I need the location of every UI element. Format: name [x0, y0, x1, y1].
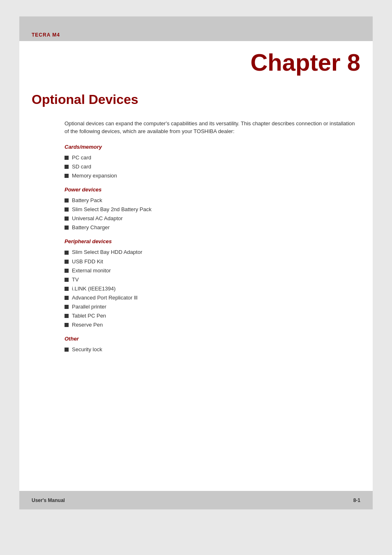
- list-item-label: PC card: [72, 153, 91, 162]
- list-item-label: i.LINK (IEEE1394): [72, 284, 115, 293]
- bullet-icon: [65, 348, 69, 352]
- list-item: PC card: [65, 153, 360, 162]
- bullet-icon: [65, 287, 69, 291]
- chapter-section: Chapter 8: [19, 41, 373, 80]
- brand-label: TECRA M4: [32, 32, 60, 38]
- list-item: Tablet PC Pen: [65, 311, 360, 320]
- bullet-icon: [65, 323, 69, 327]
- list-item: Memory expansion: [65, 171, 360, 180]
- list-item: TV: [65, 275, 360, 284]
- bullet-list-0: PC cardSD cardMemory expansion: [65, 153, 360, 180]
- bullet-list-2: Slim Select Bay HDD AdaptorUSB FDD KitEx…: [65, 248, 360, 329]
- bullet-icon: [65, 156, 69, 160]
- bullet-icon: [65, 165, 69, 169]
- list-item: External monitor: [65, 266, 360, 275]
- list-item: Battery Charger: [65, 223, 360, 232]
- list-item: USB FDD Kit: [65, 257, 360, 266]
- list-item-label: USB FDD Kit: [72, 257, 103, 266]
- list-item-label: Advanced Port Replicator lll: [72, 293, 138, 302]
- list-item-label: Universal AC Adaptor: [72, 214, 123, 223]
- category-heading-3: Other: [65, 336, 360, 342]
- chapter-title: Chapter 8: [32, 49, 360, 76]
- main-content: Optional Devices Optional devices can ex…: [19, 80, 373, 491]
- list-item: SD card: [65, 162, 360, 171]
- bullet-icon: [65, 174, 69, 178]
- list-item: Universal AC Adaptor: [65, 214, 360, 223]
- intro-text: Optional devices can expand the computer…: [65, 120, 360, 136]
- list-item-label: Memory expansion: [72, 171, 117, 180]
- bullet-list-3: Security lock: [65, 345, 360, 354]
- list-item: Parallel printer: [65, 302, 360, 311]
- list-item: Security lock: [65, 345, 360, 354]
- list-item-label: Slim Select Bay HDD Adaptor: [72, 248, 142, 257]
- list-item: Slim Select Bay HDD Adaptor: [65, 248, 360, 257]
- list-item: Slim Select Bay 2nd Battery Pack: [65, 205, 360, 214]
- bullet-icon: [65, 305, 69, 309]
- category-heading-2: Peripheral devices: [65, 238, 360, 244]
- bullet-icon: [65, 296, 69, 300]
- list-item-label: Security lock: [72, 345, 102, 354]
- page: TECRA M4 Chapter 8 Optional Devices Opti…: [19, 16, 373, 509]
- bullet-list-1: Battery PackSlim Select Bay 2nd Battery …: [65, 196, 360, 232]
- categories-container: Cards/memoryPC cardSD cardMemory expansi…: [65, 144, 360, 355]
- bullet-icon: [65, 226, 69, 230]
- list-item: Advanced Port Replicator lll: [65, 293, 360, 302]
- list-item-label: SD card: [72, 162, 91, 171]
- list-item-label: Reserve Pen: [72, 320, 103, 329]
- bullet-icon: [65, 278, 69, 282]
- bullet-icon: [65, 198, 69, 203]
- category-heading-1: Power devices: [65, 187, 360, 193]
- section-title: Optional Devices: [32, 92, 360, 107]
- list-item-label: TV: [72, 275, 79, 284]
- footer-right-label: 8-1: [353, 497, 360, 503]
- bullet-icon: [65, 269, 69, 273]
- list-item: Battery Pack: [65, 196, 360, 205]
- list-item-label: Battery Pack: [72, 196, 102, 205]
- content-area: Optional devices can expand the computer…: [65, 120, 360, 355]
- list-item-label: Tablet PC Pen: [72, 311, 106, 320]
- footer-left-label: User's Manual: [32, 497, 65, 503]
- list-item-label: External monitor: [72, 266, 111, 275]
- bullet-icon: [65, 251, 69, 255]
- list-item: i.LINK (IEEE1394): [65, 284, 360, 293]
- bullet-icon: [65, 207, 69, 212]
- header-bar: TECRA M4: [19, 16, 373, 41]
- footer-bar: User's Manual 8-1: [19, 491, 373, 509]
- list-item-label: Parallel printer: [72, 302, 106, 311]
- category-heading-0: Cards/memory: [65, 144, 360, 150]
- bullet-icon: [65, 314, 69, 318]
- list-item: Reserve Pen: [65, 320, 360, 329]
- list-item-label: Slim Select Bay 2nd Battery Pack: [72, 205, 152, 214]
- list-item-label: Battery Charger: [72, 223, 110, 232]
- page-wrapper: TECRA M4 Chapter 8 Optional Devices Opti…: [0, 0, 392, 555]
- bullet-icon: [65, 216, 69, 221]
- bullet-icon: [65, 260, 69, 264]
